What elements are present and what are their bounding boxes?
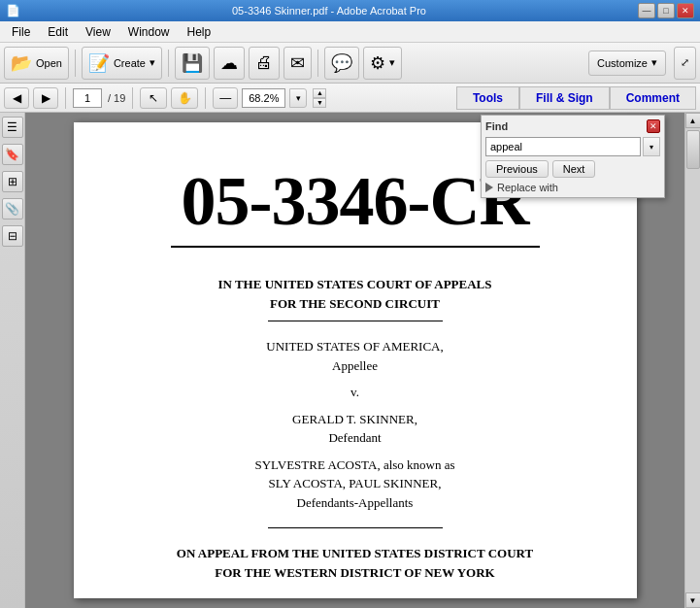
find-panel: Find ✕ ▾ Previous Next Replace with	[481, 115, 665, 198]
page-number-input[interactable]	[73, 88, 102, 108]
usa-line: UNITED STATES OF AMERICA,	[132, 337, 579, 356]
sidebar-attach-icon[interactable]: 📎	[2, 198, 23, 220]
replace-expand-icon[interactable]	[485, 183, 493, 192]
zoom-arrows: ▲ ▼	[313, 88, 326, 108]
open-button[interactable]: 📂 Open	[4, 47, 69, 80]
menu-bar: File Edit View Window Help	[0, 21, 700, 43]
title-bar-title: 05-3346 Skinner.pdf - Adobe Acrobat Pro	[20, 5, 638, 17]
defendant-name: GERALD T. SKINNER,	[132, 410, 579, 429]
others-line1: SYLVESTRE ACOSTA, also known as	[132, 456, 579, 475]
scroll-thumb[interactable]	[686, 130, 700, 169]
find-options-dropdown[interactable]: ▾	[643, 137, 660, 156]
close-button[interactable]: ✕	[677, 3, 694, 18]
right-scrollbar: ▲ ▼	[684, 113, 700, 608]
zoom-input[interactable]	[242, 88, 285, 108]
maximize-button[interactable]: □	[657, 3, 675, 18]
fill-sign-tab[interactable]: Fill & Sign	[519, 86, 610, 110]
print-icon: 🖨	[255, 52, 273, 73]
appeal-line1: ON APPEAL FROM THE UNITED STATES DISTRIC…	[132, 544, 579, 563]
court-line2: FOR THE SECOND CIRCUIT	[132, 294, 579, 314]
nav-sep-1	[65, 87, 66, 109]
print-button[interactable]: 🖨	[249, 47, 280, 80]
comment-tab[interactable]: Comment	[610, 86, 696, 110]
select-tool-button[interactable]: ↖	[140, 87, 167, 109]
defendants-appellants: Defendants-Appellants	[132, 493, 579, 513]
menu-help[interactable]: Help	[180, 23, 219, 41]
scroll-up-button[interactable]: ▲	[685, 113, 701, 128]
case-number-underline	[171, 246, 540, 248]
scroll-track[interactable]	[685, 128, 700, 592]
toolbar-separator-2	[168, 50, 169, 77]
nav-forward-button[interactable]: ▶	[33, 87, 58, 109]
court-divider	[268, 321, 443, 321]
sidebar-pages-icon[interactable]: ⊞	[2, 171, 23, 192]
create-dropdown-icon: ▾	[150, 56, 155, 69]
appellee-label: Appellee	[132, 356, 579, 376]
find-input-row: ▾	[485, 137, 660, 156]
find-replace-label: Replace with	[497, 182, 558, 193]
zoom-out-button[interactable]: —	[213, 87, 238, 109]
title-bar-icon: 📄	[6, 4, 20, 17]
title-bar-controls: — □ ✕	[638, 3, 694, 18]
upload-button[interactable]: ☁	[214, 47, 245, 80]
toolbar-separator-3	[317, 50, 318, 77]
find-close-button[interactable]: ✕	[647, 119, 660, 133]
hand-tool-button[interactable]: ✋	[171, 87, 198, 109]
sidebar-layers-icon[interactable]: ⊟	[2, 225, 23, 247]
v-label: v.	[132, 383, 579, 402]
gear-icon: ⚙	[370, 52, 385, 74]
customize-dropdown-icon: ▾	[651, 56, 657, 69]
zoom-dropdown-button[interactable]: ▾	[289, 88, 307, 108]
comment-icon: 💬	[331, 52, 352, 74]
save-button[interactable]: 💾	[175, 47, 210, 80]
menu-file[interactable]: File	[4, 23, 38, 41]
defendant-label: Defendant	[132, 428, 579, 448]
find-replace-row: Replace with	[485, 182, 660, 193]
sidebar-panel-icon[interactable]: ☰	[2, 117, 23, 138]
title-bar: 📄 05-3346 Skinner.pdf - Adobe Acrobat Pr…	[0, 0, 700, 21]
find-next-button[interactable]: Next	[552, 160, 596, 178]
zoom-down-button[interactable]: ▼	[313, 98, 326, 108]
others-line2: SLY ACOSTA, PAUL SKINNER,	[132, 474, 579, 493]
save-icon: 💾	[182, 52, 203, 74]
sidebar-bookmark-icon[interactable]: 🔖	[2, 144, 23, 165]
expand-icon: ⤢	[681, 56, 689, 69]
court-line1: IN THE UNITED STATES COURT OF APPEALS	[132, 275, 579, 294]
create-icon: 📝	[88, 52, 110, 74]
menu-edit[interactable]: Edit	[40, 23, 76, 41]
right-tabs: Tools Fill & Sign Comment	[456, 86, 696, 110]
nav-bar: ◀ ▶ / 19 ↖ ✋ — ▾ ▲ ▼ Tools Fill & Sign C…	[0, 84, 700, 113]
menu-view[interactable]: View	[78, 23, 118, 41]
email-button[interactable]: ✉	[283, 47, 312, 80]
left-sidebar: ☰ 🔖 ⊞ 📎 ⊟	[0, 113, 25, 608]
pdf-area: Find ✕ ▾ Previous Next Replace with 05-3…	[25, 113, 684, 608]
appeal-line2: FOR THE WESTERN DISTRICT OF NEW YORK	[132, 563, 579, 583]
mid-divider	[268, 527, 443, 528]
menu-window[interactable]: Window	[120, 23, 178, 41]
create-button[interactable]: 📝 Create ▾	[82, 47, 162, 80]
tools-tab[interactable]: Tools	[456, 86, 519, 110]
comment-icon-btn[interactable]: 💬	[324, 47, 359, 80]
find-previous-button[interactable]: Previous	[485, 160, 549, 178]
find-buttons-row: Previous Next	[485, 160, 660, 178]
nav-back-button[interactable]: ◀	[4, 87, 29, 109]
toolbar-separator-1	[75, 50, 76, 77]
main-toolbar: 📂 Open 📝 Create ▾ 💾 ☁ 🖨 ✉ 💬 ⚙ ▾ Customiz…	[0, 43, 700, 84]
nav-sep-2	[132, 87, 133, 109]
minimize-button[interactable]: —	[638, 3, 655, 18]
page-total-label: / 19	[108, 92, 125, 104]
find-header: Find ✕	[485, 119, 660, 133]
customize-button[interactable]: Customize ▾	[588, 51, 666, 76]
main-area: ☰ 🔖 ⊞ 📎 ⊟ Find ✕ ▾ Previous Next Replace…	[0, 113, 700, 608]
upload-icon: ☁	[220, 52, 238, 74]
settings-button[interactable]: ⚙ ▾	[363, 47, 402, 80]
nav-sep-3	[205, 87, 206, 109]
find-search-input[interactable]	[485, 137, 641, 156]
fullscreen-button[interactable]: ⤢	[674, 47, 696, 80]
find-title: Find	[485, 120, 508, 132]
scroll-down-button[interactable]: ▼	[685, 592, 701, 608]
email-icon: ✉	[290, 52, 305, 74]
zoom-up-button[interactable]: ▲	[313, 88, 326, 98]
folder-icon: 📂	[11, 52, 32, 74]
